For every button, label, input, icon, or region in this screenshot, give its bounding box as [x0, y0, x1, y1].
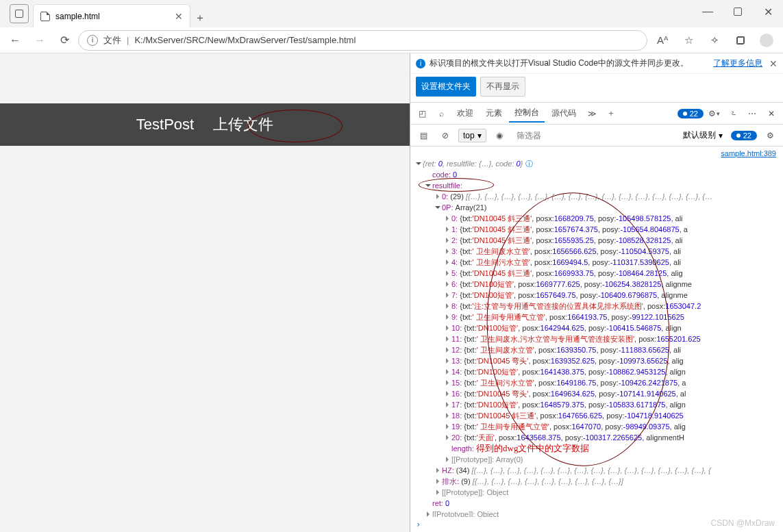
site-info-icon[interactable]: i: [87, 35, 98, 46]
level-selector[interactable]: 默认级别▾: [679, 128, 727, 142]
tab-title: sample.html: [55, 12, 100, 21]
annotation-ellipse-resultfile: [419, 178, 494, 192]
tab-console[interactable]: 控制台: [509, 104, 545, 123]
close-devtools-icon[interactable]: ✕: [762, 105, 780, 123]
devtools-tabs: ◰ ⌕ 欢迎 元素 控制台 源代码 ≫ ＋ 22 ⚙▾ ఽ ⋯ ✕: [410, 103, 783, 125]
console-toolbar: ▤ ⊘ top▾ ◉ 默认级别▾ 22 ⚙: [410, 125, 783, 147]
favorite-icon[interactable]: ☆: [676, 29, 701, 51]
source-link[interactable]: sample.html:389: [410, 147, 783, 158]
issues-badge[interactable]: 22: [678, 109, 704, 118]
read-aloud-icon[interactable]: Aᴬ: [650, 29, 675, 51]
address-bar: ← → ⟳ i 文件 | K:/MxServer/SRC/New/MxDrawS…: [0, 27, 783, 53]
url-path: K:/MxServer/SRC/New/MxDrawServer/Test/sa…: [134, 35, 356, 45]
tab-sources[interactable]: 源代码: [546, 105, 582, 122]
maximize-button[interactable]: [723, 0, 753, 23]
page-viewport: TestPost 上传文件: [0, 53, 410, 532]
profile-icon[interactable]: [754, 29, 779, 51]
testpost-label[interactable]: TestPost: [136, 116, 194, 134]
url-box[interactable]: i 文件 | K:/MxServer/SRC/New/MxDrawServer/…: [78, 30, 647, 51]
titlebar: sample.html ✕ ＋ — ✕: [0, 0, 783, 27]
dont-show-button[interactable]: 不再显示: [480, 77, 525, 97]
url-separator: |: [127, 35, 129, 45]
window-controls: — ✕: [693, 0, 783, 23]
page-header-bar: TestPost 上传文件: [0, 103, 410, 146]
vscode-info-bar: i 标识项目的根文件夹以打开Visual Studio Code中的源文件并同步…: [410, 53, 783, 74]
console-settings-icon[interactable]: ⚙: [761, 127, 779, 144]
tab-welcome[interactable]: 欢迎: [451, 105, 479, 122]
back-button[interactable]: ←: [4, 29, 26, 51]
info-icon: i: [416, 59, 425, 68]
page-icon: [40, 12, 50, 21]
more-tabs-icon[interactable]: ≫: [583, 105, 601, 123]
context-selector[interactable]: top▾: [458, 129, 486, 142]
close-window-button[interactable]: ✕: [753, 0, 783, 23]
learn-more-link[interactable]: 了解更多信息: [713, 58, 762, 69]
devtools-panel: i 标识项目的根文件夹以打开Visual Studio Code中的源文件并同步…: [410, 53, 783, 532]
watermark: CSDN @MxDraw: [710, 518, 775, 528]
device-icon[interactable]: ⌕: [432, 105, 450, 123]
tab-elements[interactable]: 元素: [480, 105, 508, 122]
sidebar-toggle-icon[interactable]: ▤: [414, 127, 432, 144]
url-scheme: 文件: [103, 34, 121, 47]
console-issues-badge[interactable]: 22: [731, 131, 757, 140]
filter-input[interactable]: [512, 129, 675, 142]
info-message: 标识项目的根文件夹以打开Visual Studio Code中的源文件并同步更改…: [430, 58, 688, 69]
annotation-ellipse-testpost: [248, 110, 343, 142]
close-tab-icon[interactable]: ✕: [175, 11, 183, 22]
settings-gear-icon[interactable]: ⚙▾: [705, 105, 723, 123]
content-area: TestPost 上传文件 i 标识项目的根文件夹以打开Visual Studi…: [0, 53, 783, 532]
minimize-button[interactable]: —: [693, 0, 723, 23]
feedback-icon[interactable]: ఽ: [724, 105, 742, 123]
tab-strip: sample.html ✕ ＋: [0, 0, 210, 27]
info-actions: 设置根文件夹 不再显示: [410, 74, 783, 103]
inspect-icon[interactable]: ◰: [413, 105, 431, 123]
add-tab-icon[interactable]: ＋: [602, 105, 620, 123]
favorites-bar-icon[interactable]: ✧: [702, 29, 727, 51]
set-root-button[interactable]: 设置根文件夹: [416, 77, 476, 97]
forward-button[interactable]: →: [29, 29, 51, 51]
console-output[interactable]: {ret: 0, resultfile: {…}, code: 0} ⓘ cod…: [410, 158, 783, 517]
browser-tab[interactable]: sample.html ✕: [33, 4, 190, 27]
reload-button[interactable]: ⟳: [53, 29, 75, 51]
browser-window: sample.html ✕ ＋ — ✕ ← → ⟳ i 文件 | K:/MxSe…: [0, 0, 783, 532]
live-expr-icon[interactable]: ◉: [490, 127, 508, 144]
tab-overview-button[interactable]: [10, 4, 29, 23]
more-icon[interactable]: ⋯: [743, 105, 761, 123]
close-info-icon[interactable]: ✕: [769, 58, 778, 69]
clear-console-icon[interactable]: ⊘: [436, 127, 454, 144]
new-tab-button[interactable]: ＋: [190, 8, 210, 27]
collections-icon[interactable]: [728, 29, 753, 51]
